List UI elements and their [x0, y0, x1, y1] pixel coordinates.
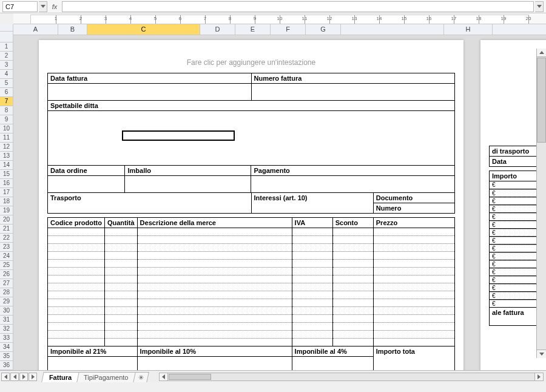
- sheet-canvas[interactable]: Fare clic per aggiungere un'intestazione…: [13, 35, 546, 370]
- cell-imponibile4[interactable]: [292, 357, 373, 371]
- sheet-tab-fattura[interactable]: Fattura: [41, 372, 79, 382]
- cell-spettabile-ditta[interactable]: [48, 111, 455, 166]
- row-header-5[interactable]: 5: [0, 79, 13, 88]
- formula-input[interactable]: [62, 1, 534, 12]
- row-header-34[interactable]: 34: [0, 343, 13, 352]
- label-imballo: Imballo: [125, 166, 251, 176]
- triangle-right-icon: [22, 374, 25, 379]
- row-header-23[interactable]: 23: [0, 243, 13, 252]
- hscroll-thumb[interactable]: [169, 374, 211, 380]
- cell-pagamento[interactable]: [251, 176, 455, 193]
- vscroll-thumb[interactable]: [537, 58, 546, 143]
- row-header-10[interactable]: 10: [0, 124, 13, 133]
- tab-nav-last[interactable]: [29, 373, 37, 381]
- item-row[interactable]: [48, 268, 455, 275]
- horizontal-scrollbar[interactable]: [159, 373, 544, 381]
- row-header-30[interactable]: 30: [0, 306, 13, 316]
- row-header-31[interactable]: 31: [0, 316, 13, 325]
- item-row[interactable]: [48, 260, 455, 268]
- sheet-tab-new[interactable]: ✳: [133, 372, 149, 383]
- column-header-A[interactable]: A: [13, 24, 58, 35]
- scroll-right-button[interactable]: [534, 373, 543, 380]
- row-header-21[interactable]: 21: [0, 225, 13, 234]
- row-header-3[interactable]: 3: [0, 61, 13, 70]
- row-header-20[interactable]: 20: [0, 215, 13, 225]
- item-row[interactable]: [48, 252, 455, 260]
- invoice-order-table: Data ordine Imballo Pagamento: [47, 165, 455, 193]
- label-imponibile10: Imponibile al 10%: [137, 346, 292, 357]
- cell-imponibile21[interactable]: [48, 357, 138, 371]
- item-row[interactable]: [48, 244, 455, 252]
- row-header-25[interactable]: 25: [0, 261, 13, 270]
- cell-imponibile10[interactable]: [137, 357, 292, 371]
- row-header-13[interactable]: 13: [0, 152, 13, 161]
- name-box-dropdown[interactable]: [39, 1, 47, 12]
- column-header-E[interactable]: E: [235, 24, 271, 35]
- cell-data-ordine[interactable]: [48, 176, 125, 193]
- column-header-B[interactable]: B: [58, 24, 87, 35]
- formula-expand[interactable]: [535, 1, 544, 12]
- print-page-1: Fare clic per aggiungere un'intestazione…: [39, 40, 463, 370]
- row-header-12[interactable]: 12: [0, 143, 13, 152]
- row-header-32[interactable]: 32: [0, 325, 13, 334]
- row-header-4[interactable]: 4: [0, 70, 13, 79]
- label-imponibile4: Imponibile al 4%: [292, 346, 373, 357]
- row-header-26[interactable]: 26: [0, 270, 13, 279]
- row-header-35[interactable]: 35: [0, 352, 13, 361]
- row-header-9[interactable]: 9: [0, 115, 13, 124]
- row-header-16[interactable]: 16: [0, 179, 13, 188]
- row-header-33[interactable]: 33: [0, 334, 13, 343]
- item-row[interactable]: [48, 228, 455, 236]
- tab-nav-first[interactable]: [1, 373, 10, 381]
- item-row[interactable]: [48, 275, 455, 283]
- row-header-22[interactable]: 22: [0, 234, 13, 243]
- item-row[interactable]: [48, 236, 455, 244]
- row-header-18[interactable]: 18: [0, 197, 13, 206]
- row-header-15[interactable]: 15: [0, 170, 13, 179]
- tab-nav-next[interactable]: [19, 373, 28, 381]
- row-header-6[interactable]: 6: [0, 88, 13, 97]
- item-row[interactable]: [48, 331, 455, 339]
- page-header-placeholder[interactable]: Fare clic per aggiungere un'intestazione: [47, 58, 455, 67]
- item-row[interactable]: [48, 307, 455, 315]
- cell-numero-fattura[interactable]: [251, 84, 455, 101]
- tab-nav-prev[interactable]: [10, 373, 19, 381]
- row-header-29[interactable]: 29: [0, 297, 13, 306]
- item-row[interactable]: [48, 299, 455, 307]
- row-header-36[interactable]: 36: [0, 361, 13, 370]
- row-header-7[interactable]: 7: [0, 97, 13, 106]
- row-header-14[interactable]: 14: [0, 161, 13, 170]
- row-header-27[interactable]: 27: [0, 279, 13, 288]
- item-row[interactable]: [48, 323, 455, 331]
- item-row[interactable]: [48, 315, 455, 323]
- row-header-11[interactable]: 11: [0, 133, 13, 143]
- fx-label[interactable]: fx: [49, 3, 61, 10]
- sheet-tab-tipipagamento[interactable]: TipiPagamento: [76, 372, 136, 382]
- column-header-G[interactable]: G: [306, 24, 341, 35]
- row-header-8[interactable]: 8: [0, 106, 13, 115]
- row-header-2[interactable]: 2: [0, 52, 13, 61]
- chevron-down-icon: [537, 5, 542, 8]
- row-header-19[interactable]: 19: [0, 206, 13, 215]
- vertical-scrollbar[interactable]: [536, 49, 546, 358]
- column-header-F[interactable]: F: [271, 24, 306, 35]
- cell-imballo[interactable]: [125, 176, 251, 193]
- item-row[interactable]: [48, 339, 455, 346]
- row-header-17[interactable]: 17: [0, 188, 13, 197]
- row-header-24[interactable]: 24: [0, 252, 13, 261]
- row-header-1[interactable]: 1: [0, 42, 13, 52]
- column-header-D[interactable]: D: [200, 24, 235, 35]
- item-row[interactable]: [48, 283, 455, 291]
- cell-data-fattura[interactable]: [48, 84, 252, 101]
- column-header-C[interactable]: C: [87, 24, 200, 35]
- column-header-H[interactable]: H: [444, 24, 493, 35]
- chevron-down-icon: [41, 5, 46, 8]
- name-box[interactable]: [2, 1, 38, 12]
- scroll-left-button[interactable]: [160, 373, 168, 380]
- item-row[interactable]: [48, 291, 455, 299]
- row-header-28[interactable]: 28: [0, 288, 13, 297]
- scroll-up-button[interactable]: [537, 49, 546, 57]
- label-spettabile-ditta: Spettabile ditta: [48, 101, 455, 111]
- scroll-down-button[interactable]: [537, 350, 546, 358]
- select-all-corner[interactable]: [0, 24, 13, 32]
